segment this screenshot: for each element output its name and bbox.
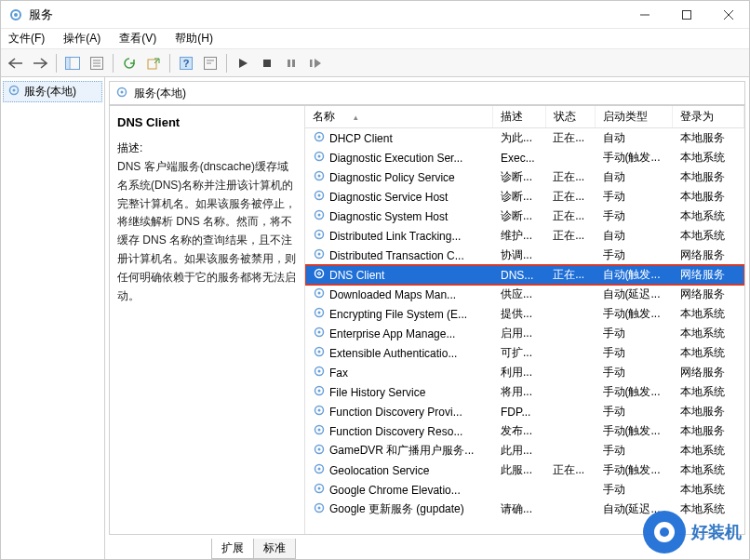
menu-action[interactable]: 操作(A): [60, 29, 104, 48]
cell-desc: 诊断...: [493, 207, 545, 226]
pause-service-button[interactable]: [280, 52, 302, 74]
bottom-tabs: 扩展 标准: [105, 539, 749, 559]
table-row[interactable]: DHCP Client为此...正在...自动本地服务: [305, 128, 744, 149]
cell-status: 正在...: [545, 167, 595, 187]
tree-pane: 服务(本地): [1, 77, 105, 559]
restart-service-button[interactable]: [304, 52, 327, 74]
svg-point-40: [318, 253, 321, 256]
table-row[interactable]: Fax利用...手动网络服务: [305, 363, 744, 382]
menu-help[interactable]: 帮助(H): [171, 29, 217, 48]
description-label: 描述:: [117, 140, 297, 156]
cell-name: Diagnostic Execution Ser...: [305, 148, 493, 167]
table-row[interactable]: Function Discovery Reso...发布...手动(触发...本…: [305, 421, 744, 441]
export-button[interactable]: [142, 52, 165, 74]
table-row[interactable]: Encrypting File System (E...提供...手动(触发..…: [305, 304, 744, 324]
table-row[interactable]: Google Chrome Elevatio...手动本地系统: [305, 480, 744, 500]
gear-icon: [313, 208, 326, 224]
tab-extended[interactable]: 扩展: [211, 539, 254, 559]
gear-icon: [313, 189, 326, 205]
cell-startup: 自动(延迟...: [596, 285, 673, 304]
col-startup[interactable]: 启动类型: [596, 106, 673, 128]
cell-startup: 手动: [596, 363, 673, 382]
menu-file[interactable]: 文件(F): [5, 29, 48, 48]
service-name-text: Distributed Transaction C...: [329, 249, 464, 262]
cell-desc: 利用...: [493, 363, 545, 382]
service-name-text: Diagnostic Execution Ser...: [329, 152, 462, 165]
table-row[interactable]: DNS ClientDNS...正在...自动(触发...网络服务: [305, 265, 744, 285]
cell-status: [545, 304, 595, 324]
cell-startup: 手动(触发...: [596, 421, 673, 441]
window-controls: [623, 1, 749, 29]
service-name-text: DNS Client: [329, 269, 384, 282]
content-header-label: 服务(本地): [134, 86, 186, 101]
stop-service-button[interactable]: [256, 52, 278, 74]
service-name-text: Extensible Authenticatio...: [329, 347, 457, 360]
table-row[interactable]: Geolocation Service此服...正在...手动(触发...本地系…: [305, 460, 744, 480]
service-name-text: Downloaded Maps Man...: [329, 288, 456, 301]
gear-icon: [313, 443, 326, 459]
minimize-button[interactable]: [623, 1, 665, 29]
table-row[interactable]: Google 更新服务 (gupdate)请确...自动(延迟...本地系统: [305, 500, 744, 519]
col-name[interactable]: 名称▴: [305, 106, 493, 128]
table-row[interactable]: Diagnostic Policy Service诊断...正在...自动本地服…: [305, 167, 744, 187]
cell-logon: 本地服务: [673, 421, 744, 441]
cell-logon: 本地系统: [673, 148, 744, 167]
service-name-text: Google Chrome Elevatio...: [329, 484, 461, 497]
maximize-button[interactable]: [665, 1, 707, 29]
cell-desc: 可扩...: [493, 343, 545, 363]
cell-desc: 为此...: [493, 128, 545, 149]
main-body: 服务(本地) 服务(本地) DNS Client 描述: DNS 客户端服务(d…: [1, 77, 749, 559]
table-row[interactable]: GameDVR 和广播用户服务...此用...手动本地系统: [305, 441, 744, 460]
refresh-button[interactable]: [118, 52, 141, 74]
cell-logon: 本地服务: [673, 402, 744, 421]
menu-view[interactable]: 查看(V): [115, 29, 160, 48]
sort-asc-icon: ▴: [354, 113, 358, 122]
show-hide-tree-button[interactable]: [61, 52, 84, 74]
cell-desc: 供应...: [493, 285, 545, 304]
description-text: DNS 客户端服务(dnscache)缓存域名系统(DNS)名称并注册该计算机的…: [117, 158, 297, 305]
col-desc[interactable]: 描述: [493, 106, 545, 128]
svg-point-50: [318, 351, 321, 353]
properties-button[interactable]: [199, 52, 221, 74]
gear-icon: [313, 482, 326, 498]
table-row[interactable]: File History Service将用...手动(触发...本地系统: [305, 382, 744, 402]
table-row[interactable]: Downloaded Maps Man...供应...自动(延迟...网络服务: [305, 285, 744, 304]
forward-button[interactable]: [29, 52, 51, 74]
col-status[interactable]: 状态: [545, 106, 595, 128]
col-logon[interactable]: 登录为: [673, 106, 744, 128]
gear-icon: [313, 228, 326, 244]
cell-status: [545, 343, 595, 363]
start-service-button[interactable]: [232, 52, 254, 74]
cell-desc: 发布...: [493, 421, 545, 441]
services-table-wrap[interactable]: 名称▴ 描述 状态 启动类型 登录为 DHCP Client为此...正在...…: [305, 106, 744, 534]
tab-standard[interactable]: 标准: [253, 539, 296, 559]
svg-point-54: [318, 390, 321, 393]
cell-desc: Exec...: [493, 148, 545, 167]
table-row[interactable]: Enterprise App Manage...启用...手动本地系统: [305, 324, 744, 343]
svg-point-24: [13, 89, 16, 92]
back-button[interactable]: [5, 52, 27, 74]
export-list-button[interactable]: [86, 52, 108, 74]
svg-point-48: [318, 331, 321, 334]
help-button[interactable]: ?: [175, 52, 197, 74]
cell-name: Google 更新服务 (gupdate): [305, 500, 493, 519]
svg-point-44: [318, 292, 321, 295]
separator: [169, 54, 170, 73]
table-row[interactable]: Diagnostic System Host诊断...正在...手动本地系统: [305, 207, 744, 226]
table-row[interactable]: Diagnostic Execution Ser...Exec...手动(触发.…: [305, 148, 744, 167]
table-row[interactable]: Extensible Authenticatio...可扩...手动本地系统: [305, 343, 744, 363]
gear-icon: [313, 345, 326, 361]
cell-startup: 自动: [596, 167, 673, 187]
table-row[interactable]: Distributed Link Tracking...维护...正在...自动…: [305, 226, 744, 246]
tree-item-services-local[interactable]: 服务(本地): [3, 81, 102, 102]
cell-desc: 协调...: [493, 246, 545, 265]
gear-icon: [313, 501, 326, 517]
table-row[interactable]: Diagnostic Service Host诊断...正在...手动本地服务: [305, 187, 744, 207]
svg-point-64: [318, 487, 321, 490]
cell-status: 正在...: [545, 207, 595, 226]
table-row[interactable]: Function Discovery Provi...FDP...手动本地服务: [305, 402, 744, 421]
table-row[interactable]: Distributed Transaction C...协调...手动网络服务: [305, 246, 744, 265]
close-button[interactable]: [707, 1, 749, 29]
cell-name: GameDVR 和广播用户服务...: [305, 441, 493, 460]
service-name-text: Diagnostic Policy Service: [329, 171, 455, 184]
